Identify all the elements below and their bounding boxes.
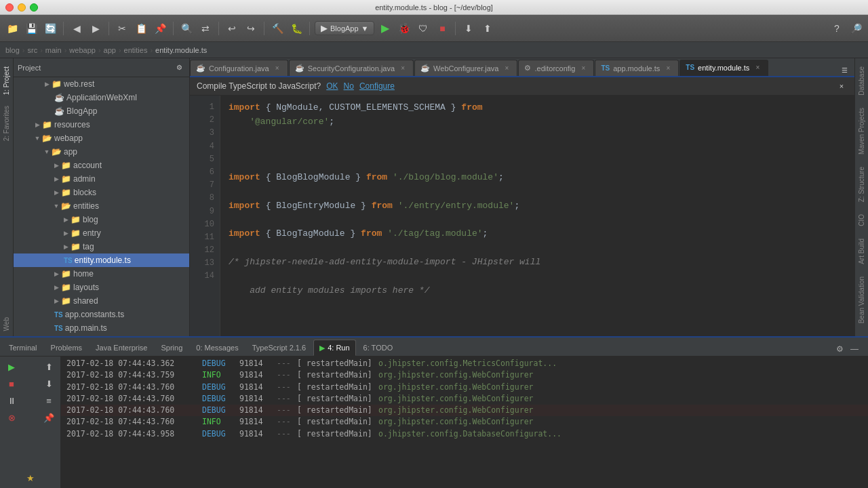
save-btn[interactable]: 💾 — [23, 20, 39, 37]
maximize-button[interactable] — [30, 3, 38, 12]
compile-close-btn[interactable]: × — [835, 80, 848, 92]
redo-btn[interactable]: ↪ — [243, 20, 259, 37]
tree-item-webapp[interactable]: ▼ 📂 webapp — [14, 131, 189, 145]
breadcrumb-file[interactable]: entity.module.ts — [155, 46, 207, 54]
tree-item-blog[interactable]: ▶ 📁 blog — [14, 213, 189, 226]
tab-close-webconfig[interactable]: × — [502, 64, 511, 73]
bottom-tab-messages[interactable]: 0: Messages — [190, 340, 244, 356]
breadcrumb-src[interactable]: src — [27, 46, 37, 54]
right-panel-database[interactable]: Database — [856, 61, 867, 101]
breadcrumb-blog[interactable]: blog — [5, 46, 20, 54]
code-editor[interactable]: 1 2 3 4 5 6 7 8 9 10 11 12 13 14 import … — [190, 96, 854, 336]
left-tab-project[interactable]: 1: Project — [1, 61, 12, 100]
sync-btn[interactable]: 🔄 — [42, 20, 58, 37]
code-content[interactable]: import { NgModule, CUSTOM_ELEMENTS_SCHEM… — [220, 96, 854, 336]
tree-item-layouts[interactable]: ▶ 📁 layouts — [14, 281, 189, 294]
vcs-update-btn[interactable]: ⬇ — [460, 20, 477, 37]
log-content[interactable]: 2017-02-18 07:44:43.362 DEBUG 91814 --- … — [61, 357, 868, 488]
tab-entitymodule[interactable]: TS entity.module.ts × — [679, 60, 768, 76]
forward-btn[interactable]: ▶ — [87, 20, 104, 37]
debug-build-btn[interactable]: 🐛 — [288, 20, 304, 37]
tree-item-tag[interactable]: ▶ 📁 tag — [14, 240, 189, 253]
tree-item-constants[interactable]: TS app.constants.ts — [14, 308, 189, 321]
run-stop-btn[interactable]: ■ — [4, 376, 19, 391]
left-tab-favorites[interactable]: 2: Favorites — [1, 100, 12, 146]
paste-btn[interactable]: 📌 — [152, 20, 168, 37]
tab-editorconfig[interactable]: ⚙ .editorconfig × — [518, 60, 594, 76]
right-panel-maven[interactable]: Maven Projects — [856, 102, 867, 160]
search-btn[interactable]: 🔍 — [178, 20, 195, 37]
tab-webconfig[interactable]: ☕ WebConfigurer.java × — [414, 60, 517, 76]
tab-close-configuration[interactable]: × — [273, 64, 282, 73]
bottom-close-btn[interactable]: — — [848, 342, 861, 356]
bottom-settings-btn[interactable]: ⚙ — [833, 342, 846, 356]
tree-item-entities[interactable]: ▼ 📂 entities — [14, 199, 189, 213]
tree-item-entry[interactable]: ▶ 📁 entry — [14, 226, 189, 240]
bottom-tab-typescript[interactable]: TypeScript 2.1.6 — [246, 340, 313, 356]
tab-appmodule[interactable]: TS app.module.ts × — [595, 60, 679, 76]
run-pause-btn[interactable]: ⏸ — [4, 393, 19, 408]
breadcrumb-entities[interactable]: entities — [124, 46, 148, 54]
tab-close-appmodule[interactable]: × — [663, 64, 673, 73]
tab-close-editorconfig[interactable]: × — [578, 64, 588, 73]
bottom-tab-problems[interactable]: Problems — [45, 340, 88, 356]
compile-configure-link[interactable]: Configure — [359, 81, 395, 91]
tab-security[interactable]: ☕ SecurityConfiguration.java × — [289, 60, 414, 76]
tree-item-appmain[interactable]: TS app.main.ts — [14, 321, 189, 335]
folder-open-btn[interactable]: 📁 — [4, 20, 20, 37]
tab-close-security[interactable]: × — [398, 64, 408, 73]
run-restart-btn[interactable]: ▶ — [4, 359, 19, 374]
tree-item-home[interactable]: ▶ 📁 home — [14, 267, 189, 281]
tree-item-entity-module[interactable]: TS entity.module.ts — [14, 253, 189, 267]
run-star-btn[interactable]: ★ — [23, 470, 38, 485]
tab-settings-btn[interactable]: ☰ — [838, 64, 850, 76]
copy-btn[interactable]: 📋 — [133, 20, 149, 37]
breadcrumb-main[interactable]: main — [45, 46, 62, 54]
tree-item-web-rest[interactable]: ▶ 📁 web.rest — [14, 77, 189, 91]
debug-btn[interactable]: 🐞 — [396, 20, 412, 37]
run-error-btn[interactable]: ⊗ — [4, 410, 19, 425]
tree-item-shared[interactable]: ▶ 📁 shared — [14, 294, 189, 308]
tab-close-entitymodule[interactable]: × — [753, 63, 762, 73]
tree-settings-btn[interactable]: ⚙ — [173, 62, 185, 74]
cover-btn[interactable]: 🛡 — [415, 20, 431, 37]
tree-item-app[interactable]: ▼ 📂 app — [14, 145, 189, 159]
vcs-commit-btn[interactable]: ⬆ — [479, 20, 496, 37]
tree-item-admin[interactable]: ▶ 📁 admin — [14, 172, 189, 186]
right-panel-cio[interactable]: CIO — [856, 209, 867, 232]
bottom-tab-todo[interactable]: 6: TODO — [357, 340, 399, 356]
run-up-btn[interactable]: ⬆ — [41, 359, 56, 374]
right-panel-artbuild[interactable]: Art Build — [856, 233, 867, 270]
help-btn[interactable]: ? — [829, 20, 845, 37]
stop-btn[interactable]: ■ — [434, 20, 450, 37]
run-down-btn[interactable]: ⬇ — [41, 376, 56, 391]
build-btn[interactable]: 🔨 — [269, 20, 285, 37]
bottom-tab-spring[interactable]: Spring — [155, 340, 189, 356]
compile-no-link[interactable]: No — [344, 81, 354, 91]
tree-item-appwebxml[interactable]: ☕ ApplicationWebXml — [14, 91, 189, 104]
tree-item-resources[interactable]: ▶ 📁 resources — [14, 118, 189, 131]
right-panel-beanvalidation[interactable]: Bean Validation — [856, 271, 867, 329]
breadcrumb-webapp[interactable]: webapp — [69, 46, 96, 54]
bottom-tab-java-enterprise[interactable]: Java Enterprise — [90, 340, 153, 356]
undo-btn[interactable]: ↩ — [224, 20, 240, 37]
search-everything-btn[interactable]: 🔎 — [848, 20, 864, 37]
run-format-btn[interactable]: ≡ — [41, 393, 56, 408]
tree-item-blocks[interactable]: ▶ 📁 blocks — [14, 186, 189, 199]
bottom-tab-terminal[interactable]: Terminal — [3, 340, 43, 356]
run-config-selector[interactable]: ▶ BlogApp ▼ — [315, 21, 374, 35]
bottom-tab-run[interactable]: ▶ 4: Run — [313, 340, 355, 356]
tree-item-blogapp[interactable]: ☕ BlogApp — [14, 104, 189, 118]
replace-btn[interactable]: ⇄ — [197, 20, 214, 37]
cut-btn[interactable]: ✂ — [114, 20, 130, 37]
run-pin-btn[interactable]: 📌 — [41, 410, 56, 425]
run-btn[interactable]: ▶ — [377, 20, 393, 37]
back-btn[interactable]: ◀ — [68, 20, 85, 37]
right-panel-structure[interactable]: Z: Structure — [856, 161, 867, 207]
left-tab-web[interactable]: Web — [1, 312, 12, 336]
minimize-button[interactable] — [18, 3, 26, 12]
tree-item-account[interactable]: ▶ 📁 account — [14, 159, 189, 172]
breadcrumb-app[interactable]: app — [104, 46, 116, 54]
close-button[interactable] — [5, 3, 14, 12]
compile-ok-link[interactable]: OK — [326, 81, 338, 91]
